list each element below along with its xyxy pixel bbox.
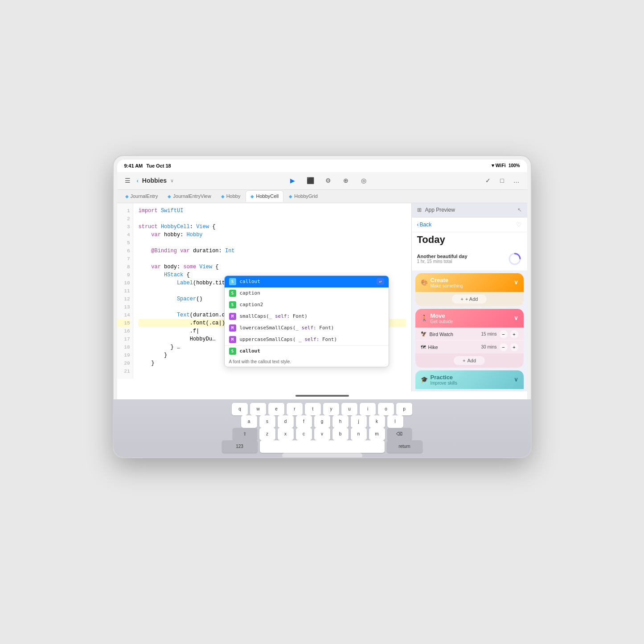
kb-delete[interactable]: ⌫ bbox=[387, 428, 412, 440]
kb-x[interactable]: x bbox=[278, 428, 294, 440]
kb-i[interactable]: i bbox=[360, 403, 376, 415]
tab-journal-entry[interactable]: ◆ JournalEntry bbox=[121, 190, 163, 202]
kb-a[interactable]: a bbox=[241, 415, 257, 428]
kb-y[interactable]: y bbox=[323, 403, 339, 415]
ai-button[interactable]: ◎ bbox=[358, 175, 369, 186]
ac-item-callout[interactable]: S callout ↩ bbox=[225, 276, 389, 287]
ac-badge-detail: S bbox=[229, 348, 236, 355]
sidebar-toggle-icon[interactable]: ☰ bbox=[123, 175, 133, 186]
tab-icon: ◆ bbox=[250, 194, 254, 199]
heart-button[interactable]: ♡ bbox=[516, 221, 522, 228]
ac-item-caption2[interactable]: S caption2 bbox=[225, 299, 389, 311]
kb-j[interactable]: j bbox=[351, 415, 367, 428]
kb-k[interactable]: k bbox=[369, 415, 385, 428]
project-name: Hobbies bbox=[142, 177, 167, 184]
tab-label: JournalEntryView bbox=[173, 193, 211, 199]
hike-plus[interactable]: + bbox=[510, 343, 518, 351]
kb-h[interactable]: h bbox=[332, 415, 349, 428]
summary-main: Another beautiful day bbox=[417, 254, 468, 259]
add-button[interactable]: ⊕ bbox=[340, 175, 351, 186]
kb-space[interactable] bbox=[260, 440, 385, 453]
ac-item-lowercase-small-caps[interactable]: M lowercaseSmallCaps(_ self: Font) bbox=[225, 322, 389, 334]
category-practice-header[interactable]: 🎓 Practice Improve skills ∨ bbox=[415, 370, 524, 389]
nav-back-button[interactable]: ‹ bbox=[137, 177, 139, 184]
move-chevron[interactable]: ∨ bbox=[514, 315, 518, 321]
summary-sub: 1 hr, 15 mins total bbox=[417, 259, 468, 264]
kb-b[interactable]: b bbox=[332, 428, 349, 440]
kb-touchpad[interactable] bbox=[282, 453, 362, 458]
kb-l[interactable]: l bbox=[387, 415, 403, 428]
tab-hobby-cell[interactable]: ◆ HobbyCell bbox=[246, 190, 283, 202]
tab-journal-entry-view[interactable]: ◆ JournalEntryView bbox=[163, 190, 215, 202]
kb-return[interactable]: return bbox=[387, 440, 422, 453]
map-icon: 🗺 bbox=[421, 345, 426, 350]
tab-label: HobbyCell bbox=[256, 193, 279, 199]
add-label: + Add bbox=[465, 296, 478, 302]
bird-plus[interactable]: + bbox=[510, 330, 518, 338]
move-icon: 🚶 bbox=[421, 315, 428, 321]
move-add-row: + Add bbox=[415, 353, 524, 368]
app-navigation: ‹ Back ♡ bbox=[412, 217, 527, 232]
bird-minus[interactable]: − bbox=[500, 330, 508, 338]
create-chevron[interactable]: ∨ bbox=[514, 279, 518, 286]
progress-ring bbox=[508, 252, 522, 266]
autocomplete-popup[interactable]: S callout ↩ S caption S caption2 bbox=[224, 275, 389, 367]
category-create: 🎨 Create Make something ∨ bbox=[415, 273, 524, 306]
kb-z[interactable]: z bbox=[259, 428, 275, 440]
practice-icon: 🎓 bbox=[421, 376, 428, 383]
ac-item-caption[interactable]: S caption bbox=[225, 287, 389, 299]
stop-button[interactable]: ⬛ bbox=[305, 175, 316, 186]
more-icon[interactable]: … bbox=[511, 175, 522, 186]
kb-f[interactable]: f bbox=[296, 415, 312, 428]
kb-v[interactable]: v bbox=[314, 428, 330, 440]
kb-numbers[interactable]: 123 bbox=[222, 440, 258, 453]
practice-chevron[interactable]: ∨ bbox=[514, 376, 518, 383]
library-icon[interactable]: □ bbox=[497, 175, 508, 186]
kb-r[interactable]: r bbox=[287, 403, 303, 415]
ac-label: uppercaseSmallCaps( _ self: Font) bbox=[240, 336, 337, 342]
kb-w[interactable]: w bbox=[250, 403, 266, 415]
code-editor[interactable]: 12345 678910 1112131415 161718192021 imp… bbox=[117, 203, 411, 391]
keyboard[interactable]: q w e r t y u i o p a s d f g h j k l bbox=[114, 399, 531, 457]
project-chevron[interactable]: ∨ bbox=[170, 178, 174, 184]
battery-icon: 100% bbox=[509, 163, 520, 168]
kb-t[interactable]: t bbox=[305, 403, 321, 415]
tab-hobby[interactable]: ◆ Hobby bbox=[217, 190, 245, 202]
run-button[interactable]: ▶ bbox=[287, 175, 298, 186]
status-bar: 9:41 AM Tue Oct 18 ▾ WiFi 100% bbox=[117, 160, 527, 172]
kb-n[interactable]: n bbox=[351, 428, 367, 440]
tab-hobby-grid[interactable]: ◆ HobbyGrid bbox=[284, 190, 322, 202]
check-icon[interactable]: ✓ bbox=[483, 175, 493, 186]
kb-m[interactable]: m bbox=[369, 428, 385, 440]
create-add-button[interactable]: + + Add bbox=[452, 295, 487, 304]
category-move-header[interactable]: 🚶 Move Get outside ∨ bbox=[415, 309, 524, 328]
preview-app-icon: ⊞ bbox=[417, 207, 422, 213]
hike-minus[interactable]: − bbox=[500, 343, 508, 351]
app-back-button[interactable]: ‹ Back bbox=[417, 222, 432, 228]
add-label: Add bbox=[467, 358, 476, 363]
kb-g[interactable]: g bbox=[314, 415, 330, 428]
kb-c[interactable]: c bbox=[296, 428, 312, 440]
category-practice: 🎓 Practice Improve skills ∨ bbox=[415, 370, 524, 391]
ac-item-uppercase-small-caps[interactable]: M uppercaseSmallCaps( _ self: Font) bbox=[225, 334, 389, 345]
today-summary: Another beautiful day 1 hr, 15 mins tota… bbox=[412, 249, 527, 271]
category-create-header[interactable]: 🎨 Create Make something ∨ bbox=[415, 273, 524, 292]
hike-label: Hike bbox=[428, 345, 438, 350]
kb-p[interactable]: p bbox=[396, 403, 412, 415]
ac-badge: M bbox=[229, 336, 236, 343]
ac-item-small-caps[interactable]: M smallCaps(_ self: Font) bbox=[225, 311, 389, 322]
move-add-button[interactable]: + Add bbox=[454, 356, 485, 365]
create-add-row: + + Add bbox=[415, 292, 524, 306]
xcode-toolbar: ☰ ‹ Hobbies ∨ ▶ ⬛ ⚙ ⊕ ◎ ✓ □ … bbox=[117, 172, 527, 190]
ipad-screen: 9:41 AM Tue Oct 18 ▾ WiFi 100% ☰ ‹ Hobbi… bbox=[117, 160, 527, 399]
kb-shift[interactable]: ⇧ bbox=[233, 428, 257, 440]
kb-u[interactable]: u bbox=[341, 403, 357, 415]
kb-q[interactable]: q bbox=[232, 403, 248, 415]
kb-e[interactable]: e bbox=[268, 403, 284, 415]
ac-label: caption bbox=[240, 290, 260, 296]
kb-d[interactable]: d bbox=[278, 415, 294, 428]
kb-o[interactable]: o bbox=[378, 403, 394, 415]
kb-s[interactable]: s bbox=[259, 415, 275, 428]
scheme-button[interactable]: ⚙ bbox=[323, 175, 333, 186]
preview-cursor-icon[interactable]: ↖ bbox=[517, 207, 522, 213]
